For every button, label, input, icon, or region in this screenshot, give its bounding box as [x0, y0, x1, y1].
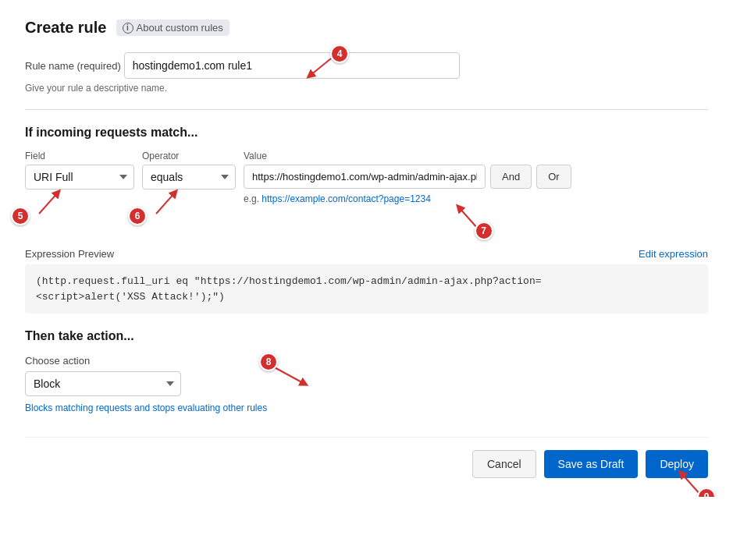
annotation-5: 5 [11, 207, 30, 225]
field-label: Field [25, 151, 134, 161]
expression-section: Expression Preview Edit expression (http… [25, 248, 708, 314]
annotation-6: 6 [128, 207, 147, 225]
page-header: Create rule i About custom rules [25, 19, 708, 37]
section-divider-1 [25, 109, 708, 110]
choose-action-label: Choose action [25, 355, 90, 367]
field-row: Field URI Full 5 [25, 151, 708, 204]
about-link-label: About custom rules [137, 22, 223, 34]
page-title: Create rule [25, 19, 107, 37]
edit-expression-link[interactable]: Edit expression [639, 248, 708, 260]
svg-line-1 [39, 193, 58, 214]
annotation-4: 4 [330, 44, 349, 63]
field-group: Field URI Full 5 [25, 151, 134, 190]
value-label: Value [244, 151, 571, 161]
svg-line-3 [459, 207, 478, 229]
action-heading: Then take action... [25, 329, 708, 343]
operator-label: Operator [142, 151, 236, 161]
rule-name-hint: Give your rule a descriptive name. [25, 83, 708, 94]
expression-label: Expression Preview [25, 248, 114, 260]
info-icon: i [123, 23, 133, 34]
expression-line-1: (http.request.full_uri eq "https://hosti… [36, 274, 697, 289]
footer-buttons: Cancel Save as Draft Deploy 9 [25, 437, 708, 478]
rule-name-section: Rule name (required) Give your rule a de… [25, 52, 708, 94]
cancel-button[interactable]: Cancel [472, 450, 536, 478]
action-hint: Blocks matching requests and stops evalu… [25, 402, 708, 413]
svg-line-2 [156, 193, 175, 214]
example-text: e.g. https://example.com/contact?page=12… [244, 193, 571, 204]
action-section: Then take action... Choose action Block … [25, 329, 708, 413]
save-draft-button[interactable]: Save as Draft [544, 450, 639, 478]
value-row: And Or [244, 165, 571, 189]
expression-box: (http.request.full_uri eq "https://hosti… [25, 264, 708, 314]
svg-line-0 [310, 58, 331, 76]
annotation-7: 7 [475, 222, 493, 240]
example-link[interactable]: https://example.com/contact?page=1234 [262, 193, 430, 204]
rule-name-input[interactable] [124, 52, 460, 79]
incoming-requests-section: If incoming requests match... Field URI … [25, 126, 708, 204]
and-button[interactable]: And [490, 165, 532, 189]
expression-header: Expression Preview Edit expression [25, 248, 708, 260]
svg-line-5 [681, 473, 700, 494]
arrow-5 [33, 186, 72, 218]
about-custom-rules-link[interactable]: i About custom rules [116, 19, 230, 36]
annotation-9: 9 [697, 487, 716, 497]
operator-group: Operator equals 6 [142, 151, 236, 190]
incoming-heading: If incoming requests match... [25, 126, 708, 140]
annotation-8: 8 [259, 353, 278, 371]
value-input[interactable] [244, 165, 486, 189]
value-group: Value And Or e.g. https://example.com/co… [244, 151, 571, 204]
action-select[interactable]: Block [25, 371, 181, 396]
or-button[interactable]: Or [536, 165, 571, 189]
rule-name-label: Rule name (required) [25, 60, 121, 72]
arrow-6 [150, 186, 189, 218]
expression-line-2: <script>alert('XSS Attack!');") [36, 289, 697, 305]
main-container: Create rule i About custom rules Rule na… [0, 0, 733, 497]
